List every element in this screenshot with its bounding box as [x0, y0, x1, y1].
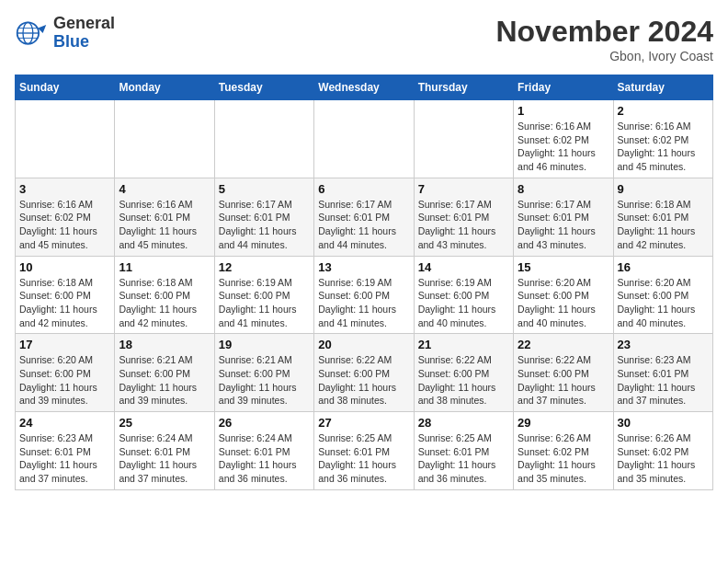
- day-number: 5: [219, 182, 310, 196]
- calendar-cell: [16, 100, 115, 178]
- day-info: Sunrise: 6:17 AM Sunset: 6:01 PM Dayligh…: [219, 198, 310, 252]
- calendar-cell: 28Sunrise: 6:25 AM Sunset: 6:01 PM Dayli…: [414, 412, 513, 490]
- day-info: Sunrise: 6:19 AM Sunset: 6:00 PM Dayligh…: [318, 276, 409, 330]
- calendar-week: 17Sunrise: 6:20 AM Sunset: 6:00 PM Dayli…: [16, 334, 713, 412]
- day-number: 3: [19, 182, 110, 196]
- calendar-cell: 3Sunrise: 6:16 AM Sunset: 6:02 PM Daylig…: [16, 178, 115, 256]
- calendar-table: SundayMondayTuesdayWednesdayThursdayFrid…: [15, 75, 713, 490]
- weekday-header: Saturday: [613, 75, 712, 100]
- day-info: Sunrise: 6:24 AM Sunset: 6:01 PM Dayligh…: [219, 431, 310, 486]
- day-number: 20: [318, 338, 409, 351]
- calendar-cell: 6Sunrise: 6:17 AM Sunset: 6:01 PM Daylig…: [314, 178, 414, 256]
- day-number: 15: [518, 260, 609, 274]
- day-number: 10: [19, 260, 110, 274]
- calendar-body: 1Sunrise: 6:16 AM Sunset: 6:02 PM Daylig…: [16, 100, 713, 490]
- day-number: 13: [318, 260, 409, 274]
- calendar-cell: 30Sunrise: 6:26 AM Sunset: 6:02 PM Dayli…: [613, 412, 712, 490]
- day-number: 29: [518, 416, 609, 430]
- day-number: 23: [618, 338, 709, 351]
- day-info: Sunrise: 6:16 AM Sunset: 6:01 PM Dayligh…: [119, 198, 210, 252]
- day-info: Sunrise: 6:21 AM Sunset: 6:00 PM Dayligh…: [119, 353, 210, 408]
- day-number: 2: [618, 104, 709, 118]
- weekday-row: SundayMondayTuesdayWednesdayThursdayFrid…: [16, 75, 713, 100]
- calendar-cell: 11Sunrise: 6:18 AM Sunset: 6:00 PM Dayli…: [115, 256, 214, 334]
- day-info: Sunrise: 6:22 AM Sunset: 6:00 PM Dayligh…: [418, 353, 509, 408]
- day-info: Sunrise: 6:20 AM Sunset: 6:00 PM Dayligh…: [618, 276, 709, 330]
- calendar-header: SundayMondayTuesdayWednesdayThursdayFrid…: [16, 75, 713, 100]
- day-number: 11: [119, 260, 210, 274]
- calendar-cell: 9Sunrise: 6:18 AM Sunset: 6:01 PM Daylig…: [613, 178, 712, 256]
- day-info: Sunrise: 6:26 AM Sunset: 6:02 PM Dayligh…: [518, 431, 609, 486]
- day-number: 21: [418, 338, 509, 351]
- day-number: 17: [19, 338, 110, 351]
- calendar-cell: 8Sunrise: 6:17 AM Sunset: 6:01 PM Daylig…: [514, 178, 613, 256]
- month-title: November 2024: [495, 15, 713, 49]
- logo-icon: [15, 17, 48, 50]
- day-info: Sunrise: 6:18 AM Sunset: 6:00 PM Dayligh…: [19, 276, 110, 330]
- calendar-cell: 26Sunrise: 6:24 AM Sunset: 6:01 PM Dayli…: [214, 412, 313, 490]
- calendar-cell: 10Sunrise: 6:18 AM Sunset: 6:00 PM Dayli…: [16, 256, 115, 334]
- day-number: 8: [518, 182, 609, 196]
- calendar-cell: 13Sunrise: 6:19 AM Sunset: 6:00 PM Dayli…: [314, 256, 414, 334]
- day-info: Sunrise: 6:26 AM Sunset: 6:02 PM Dayligh…: [618, 431, 709, 486]
- day-info: Sunrise: 6:16 AM Sunset: 6:02 PM Dayligh…: [618, 120, 709, 174]
- weekday-header: Tuesday: [214, 75, 313, 100]
- day-number: 12: [219, 260, 310, 274]
- day-info: Sunrise: 6:17 AM Sunset: 6:01 PM Dayligh…: [518, 198, 609, 252]
- day-number: 26: [219, 416, 310, 430]
- day-info: Sunrise: 6:17 AM Sunset: 6:01 PM Dayligh…: [318, 198, 409, 252]
- day-info: Sunrise: 6:23 AM Sunset: 6:01 PM Dayligh…: [618, 353, 709, 408]
- location-label: Gbon, Ivory Coast: [495, 49, 713, 63]
- calendar-cell: 22Sunrise: 6:22 AM Sunset: 6:00 PM Dayli…: [514, 334, 613, 412]
- day-number: 27: [318, 416, 409, 430]
- weekday-header: Sunday: [16, 75, 115, 100]
- day-number: 18: [119, 338, 210, 351]
- calendar-cell: [414, 100, 513, 178]
- weekday-header: Friday: [514, 75, 613, 100]
- weekday-header: Thursday: [414, 75, 513, 100]
- day-info: Sunrise: 6:22 AM Sunset: 6:00 PM Dayligh…: [318, 353, 409, 408]
- logo: General Blue: [15, 15, 115, 52]
- calendar-cell: 17Sunrise: 6:20 AM Sunset: 6:00 PM Dayli…: [16, 334, 115, 412]
- day-info: Sunrise: 6:18 AM Sunset: 6:01 PM Dayligh…: [618, 198, 709, 252]
- weekday-header: Monday: [115, 75, 214, 100]
- calendar-cell: [115, 100, 214, 178]
- day-info: Sunrise: 6:20 AM Sunset: 6:00 PM Dayligh…: [19, 353, 110, 408]
- calendar-cell: 24Sunrise: 6:23 AM Sunset: 6:01 PM Dayli…: [16, 412, 115, 490]
- day-number: 24: [19, 416, 110, 430]
- logo-blue: Blue: [53, 33, 115, 52]
- calendar-cell: 18Sunrise: 6:21 AM Sunset: 6:00 PM Dayli…: [115, 334, 214, 412]
- day-number: 19: [219, 338, 310, 351]
- calendar-week: 24Sunrise: 6:23 AM Sunset: 6:01 PM Dayli…: [16, 412, 713, 490]
- calendar-cell: 12Sunrise: 6:19 AM Sunset: 6:00 PM Dayli…: [214, 256, 313, 334]
- calendar-cell: [214, 100, 313, 178]
- calendar-cell: 20Sunrise: 6:22 AM Sunset: 6:00 PM Dayli…: [314, 334, 414, 412]
- day-info: Sunrise: 6:22 AM Sunset: 6:00 PM Dayligh…: [518, 353, 609, 408]
- calendar-cell: 15Sunrise: 6:20 AM Sunset: 6:00 PM Dayli…: [514, 256, 613, 334]
- calendar-cell: 16Sunrise: 6:20 AM Sunset: 6:00 PM Dayli…: [613, 256, 712, 334]
- day-info: Sunrise: 6:16 AM Sunset: 6:02 PM Dayligh…: [19, 198, 110, 252]
- calendar-cell: [314, 100, 414, 178]
- page-header: General Blue November 2024 Gbon, Ivory C…: [15, 15, 713, 63]
- day-info: Sunrise: 6:25 AM Sunset: 6:01 PM Dayligh…: [318, 431, 409, 486]
- day-number: 6: [318, 182, 409, 196]
- calendar-cell: 27Sunrise: 6:25 AM Sunset: 6:01 PM Dayli…: [314, 412, 414, 490]
- calendar-cell: 2Sunrise: 6:16 AM Sunset: 6:02 PM Daylig…: [613, 100, 712, 178]
- calendar-week: 1Sunrise: 6:16 AM Sunset: 6:02 PM Daylig…: [16, 100, 713, 178]
- day-info: Sunrise: 6:18 AM Sunset: 6:00 PM Dayligh…: [119, 276, 210, 330]
- day-info: Sunrise: 6:16 AM Sunset: 6:02 PM Dayligh…: [518, 120, 609, 174]
- calendar-week: 10Sunrise: 6:18 AM Sunset: 6:00 PM Dayli…: [16, 256, 713, 334]
- day-info: Sunrise: 6:24 AM Sunset: 6:01 PM Dayligh…: [119, 431, 210, 486]
- calendar-cell: 21Sunrise: 6:22 AM Sunset: 6:00 PM Dayli…: [414, 334, 513, 412]
- day-number: 9: [618, 182, 709, 196]
- day-number: 7: [418, 182, 509, 196]
- calendar-cell: 4Sunrise: 6:16 AM Sunset: 6:01 PM Daylig…: [115, 178, 214, 256]
- day-info: Sunrise: 6:19 AM Sunset: 6:00 PM Dayligh…: [219, 276, 310, 330]
- day-info: Sunrise: 6:23 AM Sunset: 6:01 PM Dayligh…: [19, 431, 110, 486]
- day-number: 16: [618, 260, 709, 274]
- day-number: 28: [418, 416, 509, 430]
- day-number: 1: [518, 104, 609, 118]
- day-info: Sunrise: 6:25 AM Sunset: 6:01 PM Dayligh…: [418, 431, 509, 486]
- calendar-cell: 7Sunrise: 6:17 AM Sunset: 6:01 PM Daylig…: [414, 178, 513, 256]
- day-info: Sunrise: 6:17 AM Sunset: 6:01 PM Dayligh…: [418, 198, 509, 252]
